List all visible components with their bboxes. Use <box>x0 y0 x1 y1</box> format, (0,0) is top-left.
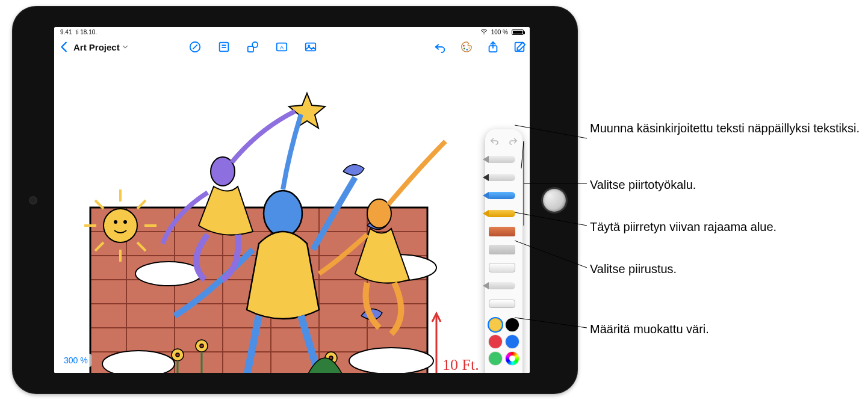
svg-point-33 <box>123 220 127 224</box>
drawing-canvas[interactable]: 10 Ft. 300 % <box>54 57 530 373</box>
svg-rect-5 <box>248 46 253 52</box>
chevron-left-icon <box>58 40 71 54</box>
shapes-button[interactable] <box>246 40 259 54</box>
swatch-black[interactable] <box>506 318 519 331</box>
callout-color: Määritä muokattu väri. <box>590 321 709 337</box>
paintpalette-icon <box>460 40 473 54</box>
callout-lasso: Valitse piirustus. <box>590 261 677 277</box>
undo-icon <box>489 135 500 146</box>
svg-point-31 <box>104 209 137 242</box>
height-annotation: 10 Ft. <box>442 356 479 373</box>
pencil-circle-icon <box>188 40 202 54</box>
lasso-tool[interactable] <box>489 278 519 293</box>
ruler-tool[interactable] <box>489 297 519 311</box>
zoom-level[interactable]: 300 % <box>60 354 91 367</box>
crayon-tool[interactable] <box>489 224 519 239</box>
photo-icon <box>304 40 317 54</box>
svg-point-45 <box>349 348 433 373</box>
shapes-icon <box>246 40 259 54</box>
status-date: ti 18.10. <box>75 29 97 35</box>
share-icon <box>486 40 500 54</box>
svg-point-12 <box>463 48 465 49</box>
front-camera <box>30 197 36 203</box>
swatch-blue[interactable] <box>506 335 519 348</box>
undo-icon <box>433 40 447 54</box>
back-button[interactable] <box>58 40 71 54</box>
svg-rect-9 <box>306 43 316 51</box>
swatch-green[interactable] <box>489 352 502 365</box>
textbox-icon: A <box>275 40 288 54</box>
note-icon <box>217 40 231 54</box>
svg-point-46 <box>264 191 302 236</box>
scribble-tool[interactable] <box>489 152 519 167</box>
screen: 9.41 ti 18.10. 100 % Art Project <box>54 27 530 373</box>
pencil-tool[interactable] <box>489 188 519 203</box>
svg-point-0 <box>483 34 485 35</box>
note-button[interactable] <box>217 40 231 54</box>
battery-percent: 100 % <box>491 29 508 35</box>
callout-scribble: Muunna käsinkirjoitettu teksti näppäilly… <box>590 120 860 136</box>
toolbar: Art Project A <box>54 37 530 57</box>
draw-mode-toggle[interactable] <box>188 40 202 54</box>
svg-text:A: A <box>280 45 284 51</box>
wifi-icon <box>480 28 488 35</box>
svg-point-11 <box>463 45 465 47</box>
swatch-yellow[interactable] <box>489 318 502 331</box>
status-bar: 9.41 ti 18.10. 100 % <box>54 27 530 37</box>
compose-icon <box>513 40 526 54</box>
canvas-artwork: 10 Ft. <box>54 57 530 373</box>
textbox-button[interactable]: A <box>275 40 288 54</box>
swatch-custom-color[interactable] <box>506 352 519 365</box>
svg-point-14 <box>468 47 470 49</box>
palette-redo[interactable] <box>508 135 519 146</box>
drawing-tools-palette: ••• <box>485 129 522 373</box>
ipad-device-frame: 9.41 ti 18.10. 100 % Art Project <box>12 6 578 394</box>
annotations: Muunna käsinkirjoitettu teksti näppäilly… <box>590 0 861 400</box>
document-title[interactable]: Art Project <box>73 42 120 52</box>
pen-tool[interactable] <box>489 170 519 185</box>
color-palette-button[interactable] <box>460 40 473 54</box>
eraser-tool[interactable] <box>489 260 519 275</box>
title-dropdown[interactable] <box>121 43 129 51</box>
color-swatches <box>489 318 519 365</box>
compose-button[interactable] <box>513 40 526 54</box>
fill-tool[interactable] <box>489 242 519 257</box>
status-time: 9.41 <box>60 29 72 35</box>
svg-point-6 <box>252 42 258 48</box>
chevron-down-icon <box>121 40 129 54</box>
battery-icon <box>512 29 524 35</box>
svg-point-13 <box>467 49 468 51</box>
svg-point-50 <box>176 353 179 357</box>
marker-tool[interactable] <box>489 206 519 221</box>
svg-point-52 <box>200 344 203 348</box>
palette-undo[interactable] <box>489 135 500 146</box>
swatch-red[interactable] <box>489 335 502 348</box>
share-button[interactable] <box>486 40 500 54</box>
svg-point-32 <box>114 220 117 224</box>
undo-button[interactable] <box>433 40 447 54</box>
callout-fill: Täytä piirretyn viivan rajaama alue. <box>590 219 777 235</box>
svg-point-42 <box>135 262 202 286</box>
svg-point-44 <box>102 351 175 373</box>
home-button[interactable] <box>543 189 566 212</box>
callout-draw-tool: Valitse piirtotyökalu. <box>590 177 696 192</box>
media-button[interactable] <box>304 40 317 54</box>
redo-icon <box>508 135 519 146</box>
